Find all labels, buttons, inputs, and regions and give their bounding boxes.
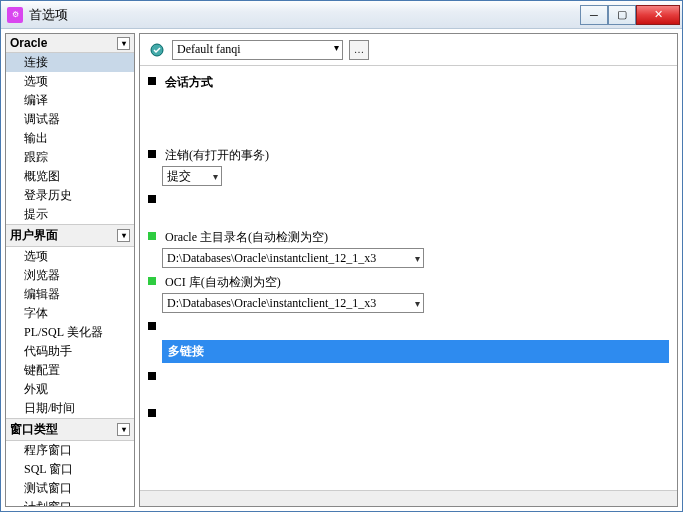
- logout-combo[interactable]: 提交: [162, 166, 222, 186]
- oracle-home-label: Oracle 主目录名(自动检测为空): [165, 229, 328, 246]
- sidebar-list[interactable]: Oracle▾连接选项编译调试器输出跟踪概览图登录历史提示用户界面▾选项浏览器编…: [6, 34, 134, 506]
- sidebar-item[interactable]: 测试窗口: [6, 479, 134, 498]
- sidebar-item[interactable]: 输出: [6, 129, 134, 148]
- oci-label: OCI 库(自动检测为空): [165, 274, 281, 291]
- sidebar-item[interactable]: 概览图: [6, 167, 134, 186]
- sidebar-group-header[interactable]: Oracle▾: [6, 34, 134, 53]
- chevron-down-icon[interactable]: ▾: [117, 423, 130, 436]
- marker-icon: [148, 277, 156, 285]
- sidebar-item[interactable]: PL/SQL 美化器: [6, 323, 134, 342]
- empty-row-4: [148, 406, 669, 421]
- app-icon: ⚙: [7, 7, 23, 23]
- marker-icon: [148, 409, 156, 417]
- marker-icon: [148, 372, 156, 380]
- window-title: 首选项: [29, 6, 580, 24]
- sidebar-group-label: 用户界面: [10, 227, 58, 244]
- titlebar: ⚙ 首选项 ─ ▢ ✕: [1, 1, 682, 29]
- sidebar-group-header[interactable]: 窗口类型▾: [6, 418, 134, 441]
- sidebar-item[interactable]: 键配置: [6, 361, 134, 380]
- sidebar-item[interactable]: 选项: [6, 72, 134, 91]
- minimize-button[interactable]: ─: [580, 5, 608, 25]
- sidebar-item[interactable]: 编辑器: [6, 285, 134, 304]
- marker-icon: [148, 77, 156, 85]
- sidebar-group-header[interactable]: 用户界面▾: [6, 224, 134, 247]
- marker-icon: [148, 232, 156, 240]
- main-panel: … 会话方式 注销(有打开的事务) 提交: [139, 33, 678, 507]
- sidebar: Oracle▾连接选项编译调试器输出跟踪概览图登录历史提示用户界面▾选项浏览器编…: [5, 33, 135, 507]
- preferences-window: ⚙ 首选项 ─ ▢ ✕ Oracle▾连接选项编译调试器输出跟踪概览图登录历史提…: [0, 0, 683, 512]
- marker-icon: [148, 322, 156, 330]
- session-mode-label: 会话方式: [165, 74, 213, 91]
- sidebar-item[interactable]: 代码助手: [6, 342, 134, 361]
- sidebar-item[interactable]: 程序窗口: [6, 441, 134, 460]
- multi-link-header[interactable]: 多链接: [162, 340, 669, 363]
- profile-more-button[interactable]: …: [349, 40, 369, 60]
- logout-label: 注销(有打开的事务): [165, 147, 269, 164]
- sidebar-item[interactable]: 登录历史: [6, 186, 134, 205]
- horizontal-scrollbar[interactable]: [140, 490, 677, 506]
- sidebar-item[interactable]: 跟踪: [6, 148, 134, 167]
- oracle-home-combo[interactable]: D:\Databases\Oracle\instantclient_12_1_x…: [162, 248, 424, 268]
- sidebar-group-label: 窗口类型: [10, 421, 58, 438]
- sidebar-item[interactable]: 计划窗口: [6, 498, 134, 506]
- oci-row: OCI 库(自动检测为空) D:\Databases\Oracle\instan…: [148, 274, 669, 313]
- chevron-down-icon[interactable]: ▾: [117, 37, 130, 50]
- window-body: Oracle▾连接选项编译调试器输出跟踪概览图登录历史提示用户界面▾选项浏览器编…: [1, 29, 682, 511]
- oci-combo[interactable]: D:\Databases\Oracle\instantclient_12_1_x…: [162, 293, 424, 313]
- content-area[interactable]: 会话方式 注销(有打开的事务) 提交 Oracle 主目录名(自动检测为空): [140, 66, 677, 490]
- sidebar-item[interactable]: 选项: [6, 247, 134, 266]
- logout-row: 注销(有打开的事务) 提交: [148, 147, 669, 186]
- marker-icon: [148, 195, 156, 203]
- sidebar-item[interactable]: 调试器: [6, 110, 134, 129]
- sidebar-item[interactable]: 日期/时间: [6, 399, 134, 418]
- sidebar-item[interactable]: 外观: [6, 380, 134, 399]
- empty-row-2: [148, 319, 669, 334]
- chevron-down-icon[interactable]: ▾: [117, 229, 130, 242]
- sidebar-item[interactable]: SQL 窗口: [6, 460, 134, 479]
- profile-select[interactable]: [172, 40, 343, 60]
- empty-row-1: [148, 192, 669, 207]
- window-buttons: ─ ▢ ✕: [580, 5, 680, 25]
- toolbar: …: [140, 34, 677, 66]
- oracle-home-row: Oracle 主目录名(自动检测为空) D:\Databases\Oracle\…: [148, 229, 669, 268]
- empty-row-3: [148, 369, 669, 384]
- sidebar-item[interactable]: 编译: [6, 91, 134, 110]
- close-button[interactable]: ✕: [636, 5, 680, 25]
- profile-icon: [148, 41, 166, 59]
- sidebar-group-label: Oracle: [10, 36, 47, 50]
- maximize-button[interactable]: ▢: [608, 5, 636, 25]
- sidebar-item[interactable]: 提示: [6, 205, 134, 224]
- marker-icon: [148, 150, 156, 158]
- session-mode-row: 会话方式: [148, 74, 669, 91]
- sidebar-item[interactable]: 字体: [6, 304, 134, 323]
- sidebar-item[interactable]: 浏览器: [6, 266, 134, 285]
- sidebar-item[interactable]: 连接: [6, 53, 134, 72]
